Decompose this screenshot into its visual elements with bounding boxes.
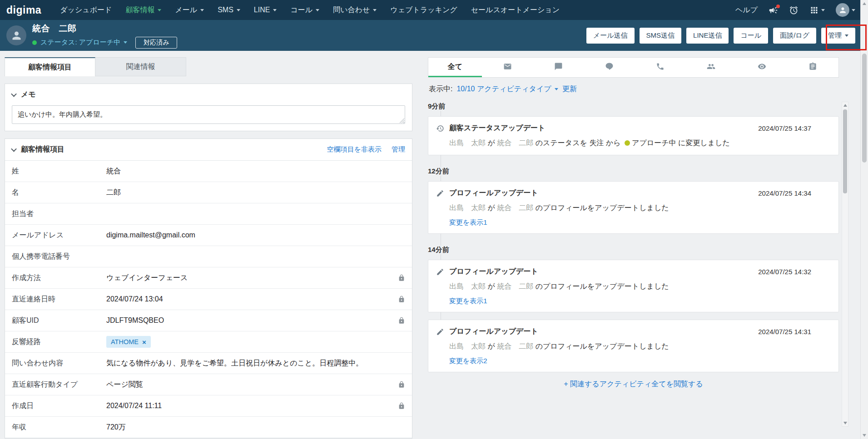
call-tab-icon xyxy=(656,62,665,73)
remove-tag-icon[interactable]: × xyxy=(142,339,146,345)
tab-web-tracking[interactable] xyxy=(737,58,788,77)
body-text: に変更しました xyxy=(676,139,730,147)
send-line-button[interactable]: LINE送信 xyxy=(686,28,729,44)
meeting-log-button[interactable]: 面談/ログ xyxy=(773,28,816,44)
field-value: 統合 xyxy=(106,167,405,176)
chevron-down-icon xyxy=(316,9,319,11)
activity-card-profile-update[interactable]: プロフィールアップデート 2024/07/25 14:32 出島 太郎 が 統合… xyxy=(428,260,839,312)
memo-input[interactable] xyxy=(12,105,405,124)
activity-card-status-update[interactable]: 顧客ステータスアップデート 2024/07/25 14:37 出島 太郎 が 統… xyxy=(428,116,839,155)
body-text: のプロフィールをアップデートしました xyxy=(533,282,669,290)
tab-mail[interactable] xyxy=(482,58,533,77)
tab-call[interactable] xyxy=(635,58,685,77)
megaphone-icon[interactable] xyxy=(769,5,778,15)
scroll-down-icon[interactable] xyxy=(843,422,847,424)
activity-link-row: 変更を表示1 xyxy=(449,297,831,306)
chevron-down-icon xyxy=(11,91,17,97)
field-row-inquiry-channel: 反響経路 ATHOME × xyxy=(5,331,412,353)
nav-web-tracking[interactable]: ウェブトラッキング xyxy=(383,0,464,20)
activity-type-filter[interactable]: 10/10 アクティビティタイプ xyxy=(456,84,558,94)
nav-dashboard-label: ダッシュボード xyxy=(60,5,112,15)
detail-tabs: 顧客情報項目 関連情報 xyxy=(5,57,412,76)
hide-empty-fields-link[interactable]: 空欄項目を非表示 xyxy=(327,145,382,154)
filter-prefix: 表示中: xyxy=(429,84,452,94)
manage-fields-link[interactable]: 管理 xyxy=(392,145,405,154)
activity-title: プロフィールアップデート xyxy=(449,267,538,276)
tab-meeting[interactable] xyxy=(686,58,737,77)
actor-name: 出島 太郎 xyxy=(449,204,486,212)
customer-fields-header: 顧客情報項目 空欄項目を非表示 管理 xyxy=(5,139,412,161)
memo-card-header[interactable]: メモ xyxy=(5,84,412,105)
field-value: 2024/07/24 13:04 xyxy=(106,295,398,303)
nav-line[interactable]: LINE xyxy=(247,0,284,20)
activity-card-header: プロフィールアップデート 2024/07/25 14:31 xyxy=(436,327,831,336)
alarm-icon[interactable] xyxy=(789,5,799,15)
activity-filter-row: 表示中: 10/10 アクティビティタイプ 更新 xyxy=(429,84,839,94)
chat-tab-icon xyxy=(554,62,563,73)
activity-card-profile-update[interactable]: プロフィールアップデート 2024/07/25 14:31 出島 太郎 が 統合… xyxy=(428,320,839,372)
show-changes-link[interactable]: 変更を表示1 xyxy=(449,218,487,226)
app-logo[interactable]: digima xyxy=(6,4,41,16)
scroll-down-icon[interactable] xyxy=(863,434,866,437)
scroll-up-icon[interactable] xyxy=(843,104,847,107)
field-row-mobile-phone: 個人携帯電話番号 xyxy=(5,246,412,267)
field-row-creation-method: 作成方法 ウェブインターフェース xyxy=(5,267,412,289)
field-row-email: メールアドレス digima.mailtest@gmail.com xyxy=(5,225,412,246)
channel-tag-chip: ATHOME × xyxy=(106,336,151,348)
refresh-link[interactable]: 更新 xyxy=(562,84,577,94)
actor-name: 出島 太郎 xyxy=(449,342,486,350)
tab-all-activities[interactable]: 全て xyxy=(428,58,482,77)
nav-mail[interactable]: メール xyxy=(168,0,211,20)
nav-inquiry[interactable]: 問い合わせ xyxy=(326,0,383,20)
nav-sms[interactable]: SMS xyxy=(211,0,247,20)
main-menu: ダッシュボード 顧客情報 メール SMS LINE コール 問い合わせ ウェブト… xyxy=(53,0,566,20)
help-link[interactable]: ヘルプ xyxy=(735,5,758,15)
tab-line[interactable] xyxy=(584,58,635,77)
activity-card-profile-update[interactable]: プロフィールアップデート 2024/07/25 14:34 出島 太郎 が 統合… xyxy=(428,181,839,234)
browser-scrollbar[interactable] xyxy=(860,0,868,439)
body-text: のステータスを 失注 から xyxy=(533,139,623,147)
user-menu[interactable] xyxy=(836,3,855,17)
target-name: 統合 二郎 xyxy=(497,139,533,147)
call-button[interactable]: コール xyxy=(734,28,768,44)
activity-timeline: 9分前 顧客ステータスアップデート 2024/07/25 14:37 出島 太郎… xyxy=(428,98,839,389)
field-row-last-name: 姓 統合 xyxy=(5,161,412,182)
activity-scrollbar[interactable] xyxy=(842,102,848,427)
tracking-tab-icon xyxy=(758,62,766,73)
field-label: 直近顧客行動タイプ xyxy=(12,380,106,390)
nav-call[interactable]: コール xyxy=(283,0,326,20)
resolved-badge[interactable]: 対応済み xyxy=(135,37,177,49)
tab-sms[interactable] xyxy=(533,58,584,77)
tab-form[interactable] xyxy=(788,58,838,77)
user-avatar-icon xyxy=(836,3,849,17)
lock-icon xyxy=(398,317,405,324)
send-mail-button[interactable]: メール送信 xyxy=(586,28,635,44)
status-dropdown[interactable]: ステータス: アプローチ中 xyxy=(40,38,127,47)
form-tab-icon xyxy=(808,62,817,73)
scroll-up-icon[interactable] xyxy=(863,2,866,5)
scrollbar-thumb[interactable] xyxy=(843,109,847,193)
view-all-row: + 関連するアクティビティ全てを閲覧する xyxy=(428,380,839,389)
customer-header: 統合 二郎 ステータス: アプローチ中 対応済み メール送信 SMS送信 LIN… xyxy=(0,20,868,51)
nav-customers[interactable]: 顧客情報 xyxy=(119,0,168,20)
history-icon xyxy=(436,124,444,133)
tab-related-info[interactable]: 関連情報 xyxy=(95,57,186,76)
tab-customer-fields[interactable]: 顧客情報項目 xyxy=(5,57,95,76)
apps-grid-icon[interactable] xyxy=(809,5,825,15)
notification-dot xyxy=(776,5,780,8)
body-text: が xyxy=(486,282,497,290)
status-color-dot-icon xyxy=(625,140,630,146)
field-row-last-action-type: 直近顧客行動タイプ ページ閲覧 xyxy=(5,374,412,395)
field-value: 二郎 xyxy=(106,188,405,197)
view-all-activities-link[interactable]: + 関連するアクティビティ全てを閲覧する xyxy=(564,380,703,388)
manage-button[interactable]: 管理 xyxy=(821,28,855,44)
field-label: 個人携帯電話番号 xyxy=(12,252,106,261)
chevron-down-icon xyxy=(852,9,855,11)
nav-sales-automation[interactable]: セールスオートメーション xyxy=(464,0,566,20)
show-changes-link[interactable]: 変更を表示2 xyxy=(449,357,487,365)
nav-dashboard[interactable]: ダッシュボード xyxy=(53,0,119,20)
show-changes-link[interactable]: 変更を表示1 xyxy=(449,297,487,305)
scrollbar-thumb[interactable] xyxy=(862,54,867,163)
send-sms-button[interactable]: SMS送信 xyxy=(640,28,682,44)
nav-web-tracking-label: ウェブトラッキング xyxy=(390,5,457,15)
